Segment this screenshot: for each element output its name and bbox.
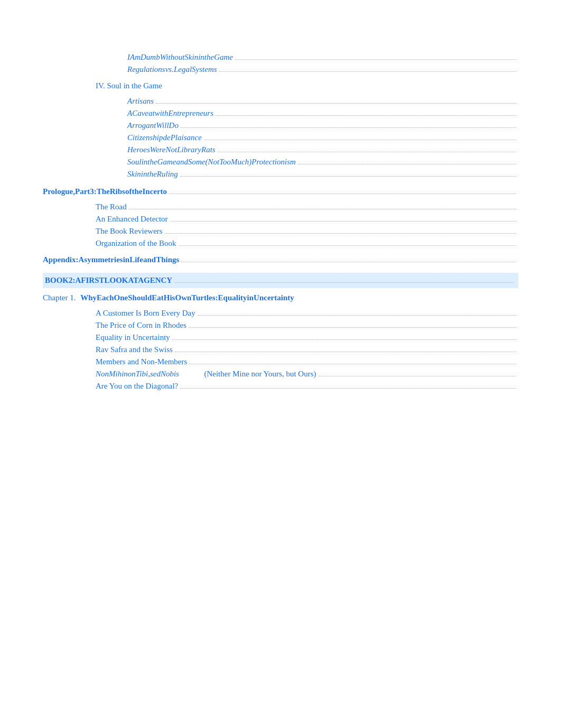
- toc-entry-text: Are You on the Diagonal?: [96, 382, 178, 391]
- toc-entry-text: NonMihinonTibi,sedNobis: [96, 370, 179, 379]
- list-item[interactable]: IV. Soul in the Game: [96, 81, 518, 90]
- toc-entry-text: ACaveatwithEntrepreneurs: [127, 109, 213, 118]
- dot-leader: [181, 127, 516, 128]
- dot-leader: [189, 364, 516, 364]
- toc-entry-text: Artisans: [127, 97, 154, 106]
- list-item[interactable]: An Enhanced Detector: [96, 215, 518, 224]
- toc-entry-text: WhyEachOneShouldEatHisOwnTurtles:Equalit…: [80, 293, 294, 302]
- dot-leader: [189, 327, 516, 328]
- dot-leader: [179, 245, 516, 246]
- dot-leader: [170, 221, 516, 222]
- toc-entry-text: ArrogantWillDo: [127, 121, 179, 130]
- toc-entry-text: An Enhanced Detector: [96, 215, 168, 224]
- toc-entry-text: SoulintheGameandSome(NotTooMuch)Protecti…: [127, 158, 296, 167]
- list-item[interactable]: ACaveatwithEntrepreneurs: [127, 109, 518, 118]
- toc-entry-text: Appendix:AsymmetriesinLifeandThings: [43, 255, 179, 264]
- chapter1-heading[interactable]: Chapter 1. WhyEachOneShouldEatHisOwnTurt…: [43, 293, 518, 302]
- list-item[interactable]: The Road: [96, 202, 518, 211]
- toc-entry-text: HeroesWereNotLibraryRats: [127, 145, 216, 154]
- toc-entry-text: Members and Non-Members: [96, 357, 187, 366]
- dot-leader: [174, 282, 514, 283]
- chapter-prefix: Chapter 1.: [43, 293, 78, 302]
- list-item[interactable]: Regulationsvs.LegalSystems: [127, 65, 518, 74]
- dot-leader: [180, 388, 516, 389]
- dot-leader: [198, 315, 516, 316]
- toc-entry-text: IAmDumbWithoutSkinintheGame: [127, 53, 233, 62]
- dot-leader: [298, 164, 516, 164]
- toc-entry-text: CitizenshipdePlaisance: [127, 133, 202, 142]
- toc-entry-text: SkinintheRuling: [127, 170, 178, 179]
- dot-leader: [169, 193, 516, 194]
- list-item[interactable]: Are You on the Diagonal?: [96, 382, 518, 391]
- toc-entry-text: Organization of the Book: [96, 239, 176, 248]
- list-item[interactable]: Rav Safra and the Swiss: [96, 345, 518, 354]
- book2-heading[interactable]: BOOK2:AFIRSTLOOKATAGENCY: [43, 273, 518, 288]
- table-of-contents: IAmDumbWithoutSkinintheGame Regulationsv…: [43, 32, 518, 391]
- toc-entry-text: IV. Soul in the Game: [96, 81, 162, 90]
- prologue-heading[interactable]: Prologue,Part3:TheRibsoftheIncerto: [43, 187, 518, 196]
- dot-leader: [204, 140, 516, 140]
- list-item[interactable]: The Book Reviewers: [96, 227, 518, 236]
- list-item[interactable]: ArrogantWillDo: [127, 121, 518, 130]
- dot-leader: [218, 152, 516, 152]
- list-item[interactable]: Artisans: [127, 97, 518, 106]
- dot-leader: [319, 376, 516, 376]
- list-item[interactable]: A Customer Is Born Every Day: [96, 309, 518, 318]
- toc-entry-text: The Price of Corn in Rhodes: [96, 321, 186, 330]
- list-item[interactable]: The Price of Corn in Rhodes: [96, 321, 518, 330]
- dot-leader: [156, 103, 516, 104]
- toc-entry-text: Equality in Uncertainty: [96, 333, 170, 342]
- toc-entry-text: The Book Reviewers: [96, 227, 163, 236]
- dot-leader: [129, 209, 516, 209]
- dot-leader: [165, 233, 516, 234]
- toc-entry-text: Prologue,Part3:TheRibsoftheIncerto: [43, 187, 167, 196]
- dot-leader: [175, 352, 516, 352]
- list-item[interactable]: Members and Non-Members: [96, 357, 518, 366]
- list-item[interactable]: SoulintheGameandSome(NotTooMuch)Protecti…: [127, 158, 518, 167]
- dot-leader: [181, 262, 516, 262]
- toc-entry-text: Regulationsvs.LegalSystems: [127, 65, 217, 74]
- list-item[interactable]: NonMihinonTibi,sedNobis (Neither Mine no…: [96, 370, 518, 379]
- toc-entry-text: Rav Safra and the Swiss: [96, 345, 173, 354]
- dot-leader: [216, 115, 516, 116]
- list-item[interactable]: HeroesWereNotLibraryRats: [127, 145, 518, 154]
- dot-leader: [219, 71, 516, 72]
- toc-paren-text: (Neither Mine nor Yours, but Ours): [200, 370, 316, 379]
- list-item[interactable]: IAmDumbWithoutSkinintheGame: [127, 53, 518, 62]
- dot-leader: [172, 339, 516, 340]
- toc-entry-text: BOOK2:AFIRSTLOOKATAGENCY: [45, 276, 172, 285]
- list-item[interactable]: SkinintheRuling: [127, 170, 518, 179]
- toc-entry-text: The Road: [96, 202, 127, 211]
- dot-leader: [235, 59, 516, 60]
- list-item[interactable]: CitizenshipdePlaisance: [127, 133, 518, 142]
- dot-leader: [180, 176, 516, 177]
- appendix-heading[interactable]: Appendix:AsymmetriesinLifeandThings: [43, 255, 518, 264]
- toc-entry-text: A Customer Is Born Every Day: [96, 309, 195, 318]
- list-item[interactable]: Organization of the Book: [96, 239, 518, 248]
- list-item[interactable]: Equality in Uncertainty: [96, 333, 518, 342]
